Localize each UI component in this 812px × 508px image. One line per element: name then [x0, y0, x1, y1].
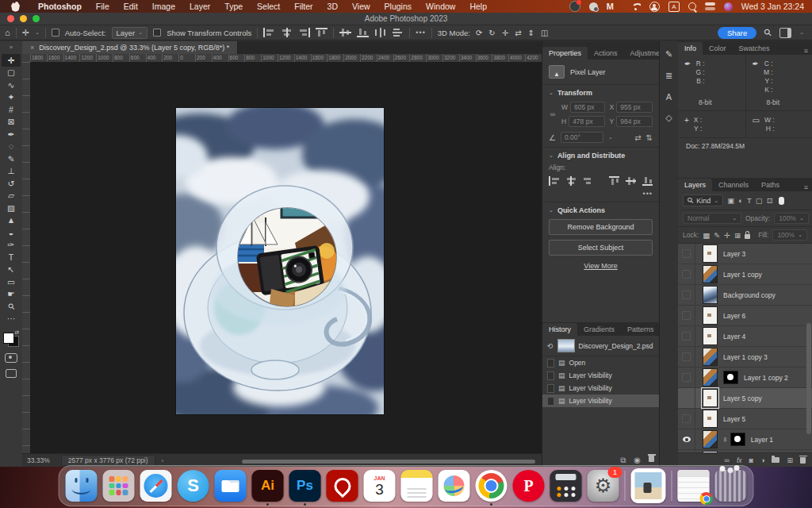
fill-dropdown[interactable]: 100% ⌄	[772, 229, 807, 241]
lock-position-icon[interactable]: ✛	[724, 231, 730, 240]
filter-on-off-toggle[interactable]	[779, 197, 784, 205]
layer-visibility-toggle[interactable]	[678, 285, 695, 305]
dock-settings[interactable]: ⚙1	[588, 470, 619, 502]
move-tool[interactable]: ✛	[2, 54, 21, 67]
opacity-dropdown[interactable]: 100% ⌄	[774, 213, 809, 224]
eyedropper-tool[interactable]: ✒	[2, 128, 21, 140]
brush-tool[interactable]: ✎	[2, 152, 21, 165]
pen-tool[interactable]: ✑	[2, 239, 21, 252]
orbit-3d-icon[interactable]: ⟳	[476, 29, 482, 37]
type-tool[interactable]: T	[2, 251, 21, 264]
dock-acrobat[interactable]	[327, 470, 358, 502]
history-state-checkbox[interactable]	[547, 359, 554, 368]
align-distribute-header[interactable]: ⌄ Align and Distribute	[549, 152, 653, 160]
distribute-vertical-icon[interactable]	[392, 28, 404, 37]
menu-file[interactable]: File	[89, 2, 117, 11]
filter-shape-layers-icon[interactable]: ▢	[756, 196, 763, 205]
dock-chrome[interactable]	[476, 470, 508, 502]
link-layers-icon[interactable]: ∞	[725, 456, 730, 464]
filter-kind-dropdown[interactable]: ⚲ Kind ⌄	[683, 194, 723, 206]
tab-channels[interactable]: Channels	[712, 179, 755, 191]
status-options-chevron-icon[interactable]: ›	[162, 457, 164, 464]
tab-gradients[interactable]: Gradients	[577, 323, 621, 336]
add-layer-mask-icon[interactable]: ◙	[749, 456, 753, 464]
new-document-from-state-icon[interactable]: ⧉	[620, 456, 626, 465]
dock-skype[interactable]: S	[178, 470, 209, 502]
tab-patterns[interactable]: Patterns	[621, 323, 661, 336]
view-more-link[interactable]: View More	[549, 262, 653, 270]
filter-pixel-layers-icon[interactable]: ▣	[727, 196, 734, 205]
layer-row[interactable]: ∞Layer 1	[678, 429, 812, 450]
lock-artboard-icon[interactable]: ⊞	[734, 231, 741, 240]
close-document-icon[interactable]: ×	[30, 44, 34, 52]
history-state[interactable]: ▤Layer Visibility	[542, 394, 659, 407]
align-middle-icon[interactable]	[626, 176, 636, 186]
layer-visibility-toggle[interactable]	[678, 347, 695, 367]
history-state[interactable]: ▤Open	[542, 356, 659, 369]
history-snapshot-row[interactable]: ⟲ Discovery_Design_2.psd	[542, 336, 659, 356]
chevron-down-icon[interactable]: ⌄	[799, 29, 804, 36]
align-right-icon[interactable]	[582, 176, 592, 186]
malwarebytes-icon[interactable]: M	[607, 2, 614, 11]
new-group-icon[interactable]	[772, 457, 779, 463]
menu-bar-clock[interactable]: Wed 3 Jan 23:24	[741, 2, 804, 11]
toolbar-expander-icon[interactable]: »	[10, 41, 13, 54]
menu-layer[interactable]: Layer	[182, 2, 217, 11]
sync-error-icon[interactable]	[589, 2, 598, 11]
dock-safari[interactable]	[140, 470, 172, 502]
menu-image[interactable]: Image	[145, 2, 182, 11]
align-left-icon[interactable]	[549, 176, 559, 186]
chevron-down-icon[interactable]: ⌄	[35, 29, 40, 36]
layer-row[interactable]: Background copy	[678, 285, 812, 306]
delete-layer-icon[interactable]	[800, 457, 806, 464]
user-switch-icon[interactable]	[649, 2, 660, 12]
layer-visibility-toggle[interactable]	[678, 409, 695, 429]
x-field[interactable]: X 955 px	[610, 102, 653, 113]
character-panel-icon[interactable]: A	[666, 92, 672, 102]
control-center-icon[interactable]	[705, 2, 715, 10]
link-dimensions-icon[interactable]: ∞	[549, 113, 557, 117]
height-value[interactable]: 478 px	[569, 116, 604, 127]
swap-colors-icon[interactable]: ⇄	[14, 329, 19, 336]
apple-menu-icon[interactable]	[11, 2, 20, 12]
dock-calculator[interactable]	[550, 470, 582, 502]
dodge-tool[interactable]: ◒	[2, 226, 21, 239]
tab-swatches[interactable]: Swatches	[733, 42, 776, 55]
y-value[interactable]: 984 px	[616, 116, 653, 127]
layer-effects-icon[interactable]: fx	[737, 456, 742, 464]
brush-settings-panel-icon[interactable]: ✎	[665, 49, 672, 60]
tab-paths[interactable]: Paths	[755, 179, 786, 191]
align-left-icon[interactable]	[263, 28, 275, 37]
path-selection-tool[interactable]: ↖	[2, 264, 21, 276]
dock-launchpad[interactable]	[103, 470, 135, 502]
align-bottom-icon[interactable]	[357, 28, 369, 37]
scale-3d-icon[interactable]: ⇕	[528, 29, 534, 37]
chevron-down-icon[interactable]: ⌄	[608, 134, 613, 140]
menu-type[interactable]: Type	[217, 2, 250, 11]
blur-tool[interactable]: ▲	[2, 214, 21, 227]
object-selection-tool[interactable]: ✦	[2, 91, 21, 104]
home-icon[interactable]: ⌂	[5, 29, 10, 37]
crop-tool[interactable]: #	[2, 103, 21, 116]
history-state[interactable]: ▤Layer Visibility	[542, 382, 659, 394]
layer-visibility-toggle[interactable]	[678, 326, 695, 346]
dock-chrome-window[interactable]	[678, 470, 710, 502]
frame-tool[interactable]: ⊠	[2, 116, 21, 129]
document-tab[interactable]: × Discovery_Design_2.psd @ 33.3% (Layer …	[22, 41, 238, 54]
auto-select-checkbox[interactable]	[52, 29, 59, 37]
dock-photoshop[interactable]: Ps	[289, 470, 321, 502]
tab-actions[interactable]: Actions	[588, 47, 624, 60]
dock-trash[interactable]	[715, 470, 747, 502]
tab-layers[interactable]: Layers	[678, 179, 712, 191]
transform-header[interactable]: ⌄ Transform	[549, 89, 653, 97]
menu-edit[interactable]: Edit	[117, 2, 145, 11]
layer-row[interactable]: Layer 1 copy	[678, 264, 812, 285]
filter-smart-objects-icon[interactable]: ⊡	[767, 196, 773, 205]
remove-background-button[interactable]: Remove Background	[549, 219, 653, 235]
new-adjustment-layer-icon[interactable]: ◑	[760, 456, 764, 464]
screen-record-status-icon[interactable]	[569, 1, 580, 12]
quick-mask-button[interactable]	[5, 353, 17, 363]
layer-row[interactable]: Layer 3	[678, 244, 812, 264]
angle-value[interactable]: 0.00°	[561, 132, 603, 143]
layer-visibility-toggle[interactable]	[678, 306, 695, 325]
